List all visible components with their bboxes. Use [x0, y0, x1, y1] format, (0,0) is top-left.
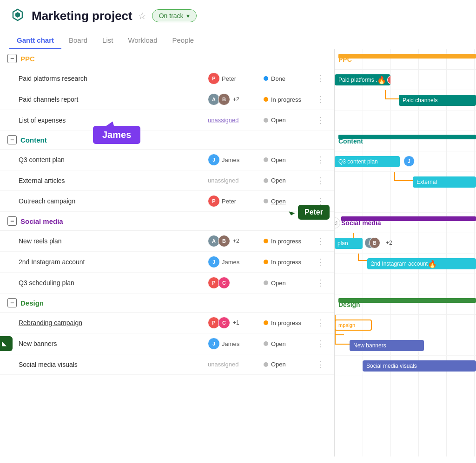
- section-social-header: − Social media: [0, 212, 334, 231]
- gantt-bar-social-visuals[interactable]: Social media visuals: [363, 360, 476, 372]
- gantt-bar-new-reels[interactable]: plan: [335, 238, 363, 249]
- more-options-button[interactable]: ⋮: [315, 359, 327, 370]
- more-options-button[interactable]: ⋮: [315, 115, 327, 125]
- unassigned-text: unassigned: [208, 361, 239, 368]
- gantt-bar-new-banners[interactable]: New banners: [350, 340, 424, 351]
- gantt-bar-ppc: [338, 54, 476, 59]
- more-options-button[interactable]: ⋮: [315, 257, 327, 267]
- more-options-button[interactable]: ⋮: [315, 236, 327, 246]
- status-dot-open: [264, 341, 268, 346]
- flame-icon: 🔥: [377, 76, 386, 85]
- section-content-toggle[interactable]: −: [7, 135, 17, 144]
- section-content-label: Content: [20, 136, 47, 144]
- task-name: Rebranding campaign: [19, 319, 208, 326]
- gantt-row: mpaign: [335, 315, 476, 335]
- flame-icon: 🔥: [428, 260, 437, 268]
- task-name: Paid platforms research: [19, 75, 208, 82]
- gantt-bar-rebranding[interactable]: mpaign: [335, 320, 372, 331]
- connector-line: [335, 335, 336, 345]
- avatar: P: [208, 72, 220, 85]
- gantt-row: [335, 192, 476, 213]
- status-dot-open: [264, 157, 268, 162]
- task-name: Social media visuals: [19, 361, 208, 368]
- status-dot-in-progress: [264, 320, 268, 325]
- status-label: On track: [159, 12, 184, 20]
- gantt-bar-design-header: [338, 298, 476, 303]
- status-dot-done: [264, 76, 268, 81]
- task-row: Paid platforms research P Peter Done ⋮: [0, 68, 334, 89]
- more-options-button[interactable]: ⋮: [315, 94, 327, 104]
- status-dot-in-progress: [264, 239, 268, 243]
- task-name: New reels plan: [19, 237, 208, 245]
- status-dot-in-progress: [264, 260, 268, 264]
- avatar: J: [208, 338, 220, 350]
- david-tooltip: David ◣: [0, 336, 13, 351]
- gantt-bar-paid-platforms[interactable]: Paid platforms . 🔥 P: [335, 74, 390, 85]
- task-name: New banners: [19, 340, 208, 347]
- avatar: B: [218, 93, 230, 105]
- scroll-left-button[interactable]: ◁: [335, 217, 340, 228]
- peter-tooltip: Peter: [298, 205, 330, 220]
- task-name: Outreach campaign: [19, 197, 208, 205]
- avatar: J: [208, 256, 220, 268]
- gantt-row: Paid channels: [335, 90, 476, 111]
- more-options-button[interactable]: ⋮: [315, 278, 327, 288]
- task-status: Open: [264, 340, 315, 347]
- tab-gantt-chart[interactable]: Gantt chart: [9, 33, 61, 49]
- gantt-row: Social media visuals: [335, 356, 476, 376]
- task-status: In progress: [264, 238, 315, 245]
- task-assignee: P C: [208, 277, 264, 289]
- task-status: In progress: [264, 320, 315, 326]
- gantt-row: Q3 content plan J: [335, 151, 476, 172]
- more-options-button[interactable]: ⋮: [315, 155, 327, 165]
- gantt-bar-instagram[interactable]: 2nd Instagram account 🔥: [367, 258, 476, 269]
- task-assignee: unassigned: [208, 117, 264, 124]
- gantt-design-header: Design: [335, 294, 476, 315]
- more-options-button[interactable]: ⋮: [315, 318, 327, 328]
- task-name: Q3 scheduling plan: [19, 279, 208, 287]
- section-ppc-toggle[interactable]: −: [7, 54, 17, 63]
- tab-workload[interactable]: Workload: [120, 33, 165, 49]
- gantt-row: 2nd Instagram account 🔥: [335, 254, 476, 274]
- gantt-bar-q3-content[interactable]: Q3 content plan: [335, 156, 400, 167]
- unassigned-link[interactable]: unassigned: [208, 117, 239, 124]
- gantt-social-header: ◁ Social media: [335, 213, 476, 233]
- task-status: Open: [264, 361, 315, 368]
- task-row: 2nd Instagram account J James In progres…: [0, 252, 334, 273]
- task-row: Q3 content plan J James Open ⋮: [0, 150, 334, 170]
- gantt-bar-external[interactable]: External: [413, 176, 476, 188]
- section-design-header: − Design: [0, 293, 334, 313]
- task-status: Open: [264, 117, 315, 124]
- tab-board[interactable]: Board: [61, 33, 95, 49]
- tab-people[interactable]: People: [165, 33, 201, 49]
- task-assignee: P Peter: [208, 195, 264, 207]
- more-options-button[interactable]: ⋮: [315, 176, 327, 186]
- connector-line: [394, 172, 395, 181]
- more-options-button[interactable]: ⋮: [315, 73, 327, 84]
- task-row: List of expenses unassigned Open ⋮: [0, 110, 334, 130]
- avatar: C: [218, 277, 230, 289]
- task-row: Outreach campaign P Peter Open ⋮ Peter: [0, 191, 334, 212]
- star-icon[interactable]: ☆: [138, 10, 146, 21]
- avatar: B: [218, 235, 230, 247]
- gantt-row: Paid platforms . 🔥 P: [335, 70, 476, 90]
- connector-line: [385, 98, 399, 99]
- more-options-button[interactable]: ⋮: [315, 339, 327, 349]
- section-design-toggle[interactable]: −: [7, 298, 17, 307]
- section-design-label: Design: [20, 299, 44, 307]
- task-status: In progress: [264, 96, 315, 103]
- task-row: Paid channels report A B +2 In progress …: [0, 89, 334, 110]
- status-dot-open: [264, 280, 268, 285]
- section-ppc-label: PPC: [20, 55, 35, 63]
- tab-list[interactable]: List: [95, 33, 120, 49]
- task-assignee: A B +2: [208, 235, 264, 247]
- gantt-row: [335, 111, 476, 131]
- status-dot-open: [264, 178, 268, 183]
- task-row: David ◣ New banners J James Open ⋮: [0, 333, 334, 354]
- task-assignee: J James: [208, 256, 264, 268]
- section-social-toggle[interactable]: −: [7, 216, 17, 226]
- gantt-bar-paid-channels[interactable]: Paid channels: [399, 95, 476, 106]
- gantt-row: [335, 274, 476, 294]
- status-badge[interactable]: On track ▾: [152, 9, 197, 22]
- connector-line: [358, 260, 367, 261]
